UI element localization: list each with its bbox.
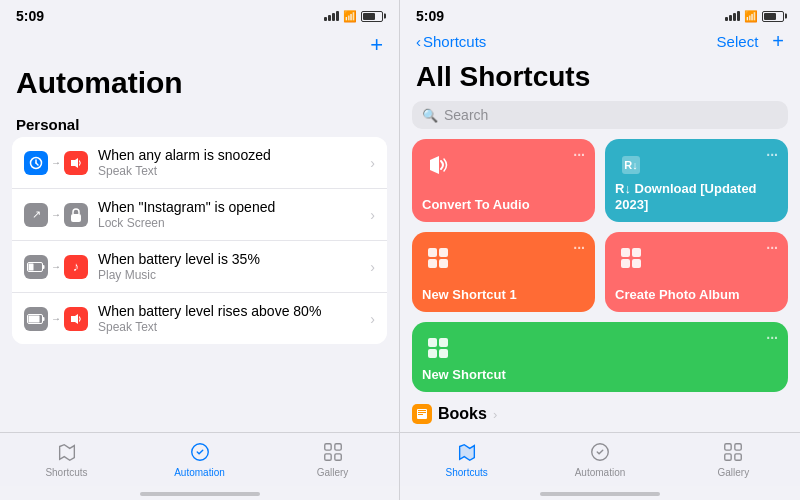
arrow-icon-4: →: [51, 313, 61, 324]
svg-marker-11: [71, 314, 78, 324]
svg-rect-25: [621, 259, 630, 268]
tab-automation-label: Automation: [174, 467, 225, 478]
automation-item-title: When any alarm is snoozed: [98, 147, 370, 163]
header-actions: Select +: [717, 30, 784, 53]
card-menu-dots-3[interactable]: ···: [573, 240, 585, 256]
tab-gallery-left[interactable]: Gallery: [266, 439, 399, 478]
svg-rect-9: [29, 315, 40, 322]
automation-item-alarm[interactable]: → When any alarm is snoozed Speak Text ›: [12, 137, 387, 189]
battery35-icon: [24, 255, 48, 279]
arrow-icon-2: →: [51, 209, 61, 220]
tab-automation-right[interactable]: Automation: [533, 439, 666, 478]
status-time-right: 5:09: [416, 8, 444, 24]
lockscreen-icon: [64, 203, 88, 227]
svg-line-2: [36, 163, 38, 165]
automation-list: → When any alarm is snoozed Speak Text ›…: [12, 137, 387, 344]
add-shortcut-button[interactable]: +: [772, 30, 784, 53]
automation-item-title-2: When "Instagram" is opened: [98, 199, 370, 215]
automation-item-title-3: When battery level is 35%: [98, 251, 370, 267]
automation-tab-icon-right: [587, 439, 613, 465]
gallery-tab-icon: [320, 439, 346, 465]
speak-icon: [64, 151, 88, 175]
signal-icon: [324, 11, 339, 21]
automation-item-icons-2: ↗ →: [24, 203, 88, 227]
tab-shortcuts-right[interactable]: Shortcuts: [400, 439, 533, 478]
automation-item-battery35[interactable]: → ♪ When battery level is 35% Play Music…: [12, 241, 387, 293]
automation-title: Automation: [0, 66, 399, 108]
convert-audio-label: Convert To Audio: [422, 197, 585, 213]
status-bar-right: 5:09 📶: [400, 0, 800, 28]
shortcut-card-new1[interactable]: New Shortcut 1 ···: [412, 232, 595, 312]
svg-rect-30: [439, 349, 448, 358]
svg-rect-14: [334, 444, 340, 450]
all-shortcuts-title: All Shortcuts: [400, 59, 800, 101]
add-automation-button[interactable]: +: [370, 32, 383, 58]
shortcut-card-download[interactable]: R↓ R↓ Download [Updated 2023] ···: [605, 139, 788, 222]
chevron-icon-4: ›: [370, 311, 375, 327]
new-shortcut-label: New Shortcut: [422, 367, 778, 383]
svg-rect-39: [735, 454, 741, 460]
chevron-icon: ›: [370, 155, 375, 171]
svg-rect-22: [439, 259, 448, 268]
svg-rect-20: [439, 248, 448, 257]
svg-rect-38: [725, 454, 731, 460]
download-label: R↓ Download [Updated 2023]: [615, 181, 778, 212]
svg-rect-24: [632, 248, 641, 257]
battery80-icon: [24, 307, 48, 331]
svg-rect-19: [428, 248, 437, 257]
svg-rect-32: [418, 410, 426, 411]
automation-item-title-4: When battery level rises above 80%: [98, 303, 370, 319]
search-input[interactable]: Search: [444, 107, 488, 123]
shortcut-card-convert-audio[interactable]: Convert To Audio ···: [412, 139, 595, 222]
alarm-icon: [24, 151, 48, 175]
card-menu-dots-2[interactable]: ···: [766, 147, 778, 163]
card-menu-dots[interactable]: ···: [573, 147, 585, 163]
chevron-icon-2: ›: [370, 207, 375, 223]
automation-item-battery80[interactable]: → When battery level rises above 80% Spe…: [12, 293, 387, 344]
select-button[interactable]: Select: [717, 33, 759, 50]
svg-rect-4: [71, 214, 81, 222]
back-button[interactable]: ‹ Shortcuts: [416, 33, 486, 50]
photo-album-icon: [615, 242, 647, 274]
personal-section-label: Personal: [0, 108, 399, 137]
svg-rect-16: [334, 454, 340, 460]
search-bar[interactable]: 🔍 Search: [412, 101, 788, 129]
tab-shortcuts-left[interactable]: Shortcuts: [0, 439, 133, 478]
shortcut-card-new[interactable]: New Shortcut ···: [412, 322, 788, 392]
new-shortcut1-label: New Shortcut 1: [422, 287, 585, 303]
automation-item-icons: →: [24, 151, 88, 175]
svg-rect-13: [324, 444, 330, 450]
automation-item-subtitle-4: Speak Text: [98, 320, 370, 334]
svg-rect-10: [43, 317, 45, 321]
battery-icon-right: [762, 11, 784, 22]
tab-automation-left[interactable]: Automation: [133, 439, 266, 478]
left-phone: 5:09 📶 + Automation Personal: [0, 0, 400, 500]
automation-header: +: [0, 28, 399, 66]
speak2-icon: [64, 307, 88, 331]
card-menu-dots-5[interactable]: ···: [766, 330, 778, 346]
tab-shortcuts-label: Shortcuts: [45, 467, 87, 478]
download-icon: R↓: [615, 149, 647, 181]
tab-bar-left: Shortcuts Automation Gallery: [0, 432, 399, 486]
card-menu-dots-4[interactable]: ···: [766, 240, 778, 256]
shortcuts-content: Convert To Audio ··· R↓ R↓ Download [Upd…: [400, 139, 800, 432]
svg-rect-33: [418, 412, 426, 413]
tab-bar-right: Shortcuts Automation Gallery: [400, 432, 800, 486]
automation-item-icons-3: → ♪: [24, 255, 88, 279]
shortcut-card-photo-album[interactable]: Create Photo Album ···: [605, 232, 788, 312]
svg-rect-36: [725, 444, 731, 450]
svg-rect-27: [428, 338, 437, 347]
svg-rect-7: [43, 265, 45, 269]
automation-item-subtitle-2: Lock Screen: [98, 216, 370, 230]
status-time-left: 5:09: [16, 8, 44, 24]
wifi-icon-right: 📶: [744, 10, 758, 23]
tab-automation-label-right: Automation: [575, 467, 626, 478]
status-icons-left: 📶: [324, 10, 383, 23]
tab-gallery-right[interactable]: Gallery: [667, 439, 800, 478]
automation-item-text-2: When "Instagram" is opened Lock Screen: [98, 199, 370, 230]
gallery-tab-icon-right: [720, 439, 746, 465]
automation-item-instagram[interactable]: ↗ → When "Instagram" is opened Lock Scre…: [12, 189, 387, 241]
home-indicator-right: [540, 492, 660, 496]
shortcuts-grid: Convert To Audio ··· R↓ R↓ Download [Upd…: [412, 139, 788, 312]
tab-gallery-label-right: Gallery: [717, 467, 749, 478]
